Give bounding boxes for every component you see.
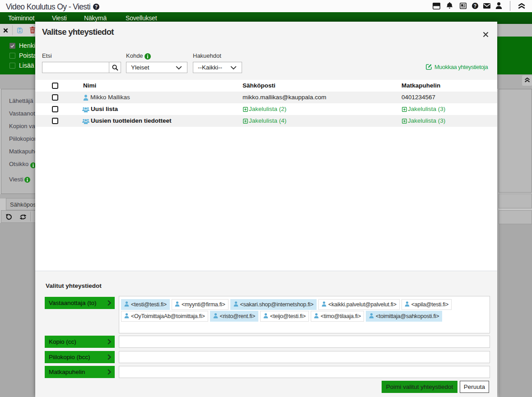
- svg-text:?: ?: [474, 3, 476, 9]
- svg-text:?: ?: [95, 4, 98, 9]
